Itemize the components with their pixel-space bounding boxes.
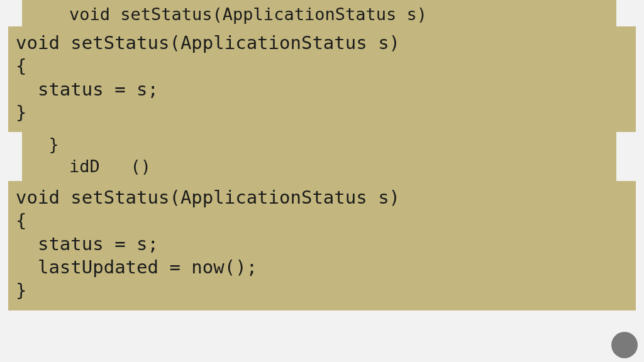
- code-block-setstatus-with-timestamp: void setStatus(ApplicationStatus s) { st…: [8, 181, 636, 310]
- page-indicator-dot: [611, 332, 638, 358]
- code-block-setstatus-simple: void setStatus(ApplicationStatus s) { st…: [8, 26, 636, 132]
